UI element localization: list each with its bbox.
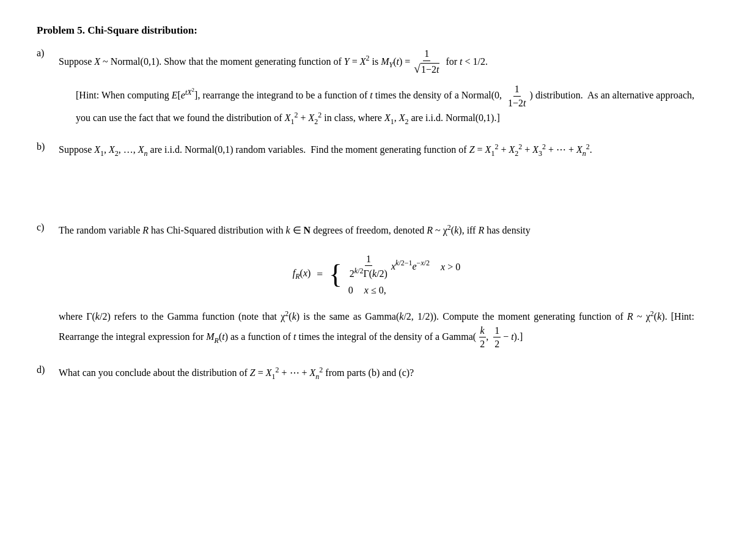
part-d: d) What can you conclude about the distr… xyxy=(37,364,694,383)
spacer xyxy=(37,173,694,222)
footer-frac2: 1 2 xyxy=(493,325,501,352)
piecewise-row-2: 0 x ≤ 0, xyxy=(348,285,460,296)
part-a-hint: [Hint: When computing E[etX2], rearrange… xyxy=(59,83,694,128)
part-d-text: What can you conclude about the distribu… xyxy=(59,364,414,383)
problem-title: Problem 5. Chi-Square distribution: xyxy=(37,24,694,37)
case2-val: 0 xyxy=(348,285,353,296)
piecewise-row-1: 1 2k/2Γ(k/2) xk/2−1e−x/2 x > 0 xyxy=(348,253,460,281)
density-formula: fR(x) = { 1 2k/2Γ(k/2) xyxy=(59,253,694,296)
part-a: a) Suppose X ~ Normal(0,1). Show that th… xyxy=(37,48,694,128)
case2-condition: x ≤ 0, xyxy=(364,285,386,296)
part-a-label: a) xyxy=(37,48,54,59)
part-b-label: b) xyxy=(37,141,54,152)
piecewise-brace: { xyxy=(329,260,342,288)
part-a-text: Suppose X ~ Normal(0,1). Show that the m… xyxy=(59,48,694,77)
equals-sign: = xyxy=(317,268,323,281)
part-b-text: Suppose X1, X2, …, Xn are i.i.d. Normal(… xyxy=(59,141,592,160)
hint-fraction: 1 1−2t xyxy=(507,83,527,110)
part-d-label: d) xyxy=(37,364,54,375)
part-c: c) The random variable R has Chi-Squared… xyxy=(37,222,694,351)
footer-frac1: k 2 xyxy=(479,325,486,352)
density-lhs: fR(x) xyxy=(293,268,311,281)
density-fraction: 1 2k/2Γ(k/2) xyxy=(348,253,389,281)
case1-condition: x > 0 xyxy=(441,262,460,273)
page-container: Problem 5. Chi-Square distribution: a) S… xyxy=(37,24,694,383)
part-b: b) Suppose X1, X2, …, Xn are i.i.d. Norm… xyxy=(37,141,694,160)
part-c-footer: where Γ(k/2) refers to the Gamma functio… xyxy=(59,308,694,352)
part-c-intro: The random variable R has Chi-Squared di… xyxy=(59,222,694,238)
piecewise-cases: 1 2k/2Γ(k/2) xk/2−1e−x/2 x > 0 0 x ≤ 0, xyxy=(348,253,460,296)
part-a-fraction: 1 √1−2t xyxy=(413,48,441,77)
part-c-label: c) xyxy=(37,222,54,233)
